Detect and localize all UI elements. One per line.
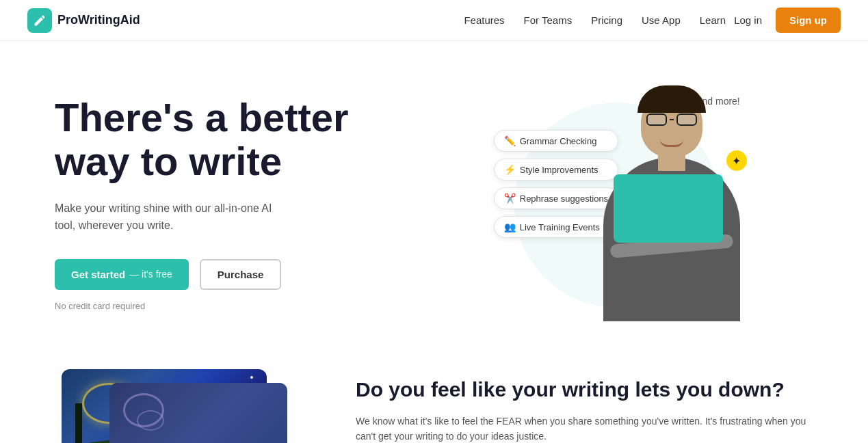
training-icon: 👥	[504, 222, 516, 232]
hero-content-left: There's a better way to write Make your …	[55, 82, 434, 311]
person-hair	[637, 85, 706, 113]
logo-icon	[27, 8, 52, 33]
spire	[75, 403, 82, 443]
no-credit-card-text: No credit card required	[55, 301, 434, 311]
grammar-label: Grammar Checking	[520, 136, 597, 146]
logo-svg	[33, 14, 47, 27]
nav-item-use-app[interactable]: Use App	[642, 14, 681, 27]
nav-item-learn[interactable]: Learn	[700, 14, 726, 27]
glasses-right	[676, 113, 697, 126]
section2-headline: Do you feel like your writing lets you d…	[356, 376, 813, 403]
front-swirl-2	[137, 410, 164, 431]
navigation: ProWritingAid Features For Teams Pricing…	[0, 0, 868, 41]
hero-section: There's a better way to write Make your …	[0, 41, 868, 355]
nav-item-features[interactable]: Features	[464, 14, 504, 27]
hero-headline: There's a better way to write	[55, 96, 434, 183]
hero-subtext: Make your writing shine with our all-in-…	[55, 200, 287, 234]
glasses-left	[646, 113, 667, 126]
purchase-button[interactable]: Purchase	[200, 259, 282, 290]
hero-illustration: ...and more! ✦ ✏️ Grammar Checking ⚡ Sty…	[434, 82, 814, 328]
grammar-icon: ✏️	[504, 135, 516, 146]
hero-cta-buttons: Get started — it's free Purchase	[55, 259, 434, 290]
logo-text: ProWritingAid	[57, 13, 140, 27]
signup-button[interactable]: Sign up	[776, 8, 841, 33]
rephrase-label: Rephrase suggestions	[520, 193, 608, 204]
person-smile	[659, 139, 683, 147]
glasses	[646, 113, 697, 126]
section2-content: Do you feel like your writing lets you d…	[356, 369, 813, 443]
free-label: — it's free	[129, 269, 172, 280]
illustration-container: ...and more! ✦ ✏️ Grammar Checking ⚡ Sty…	[494, 89, 754, 321]
laptop-screen	[614, 174, 723, 243]
person-illustration	[596, 103, 747, 321]
training-label: Live Training Events	[520, 222, 600, 232]
canvas-cards-container: My idea in my head	[55, 369, 287, 443]
nav-item-for-teams[interactable]: For Teams	[524, 14, 573, 27]
get-started-label: Get started	[71, 269, 125, 280]
nav-links: Features For Teams Pricing Use App Learn	[464, 14, 726, 27]
style-label: Style Improvements	[520, 165, 599, 175]
person-head	[641, 92, 702, 157]
section2-image: My idea in my head	[55, 369, 315, 443]
star-1	[250, 376, 253, 379]
get-started-button[interactable]: Get started — it's free	[55, 259, 189, 290]
glasses-bridge	[670, 119, 674, 120]
section2-body: We know what it's like to feel the FEAR …	[356, 414, 813, 443]
logo[interactable]: ProWritingAid	[27, 8, 140, 33]
card-front-inner: My idea in my head	[109, 383, 287, 443]
rephrase-icon: ✂️	[504, 193, 516, 204]
login-button[interactable]: Log in	[726, 9, 770, 31]
section2: My idea in my head Do you feel like your…	[0, 355, 868, 443]
card-front: My idea in my head	[109, 383, 287, 443]
style-icon: ⚡	[504, 164, 516, 175]
nav-item-pricing[interactable]: Pricing	[591, 14, 622, 27]
